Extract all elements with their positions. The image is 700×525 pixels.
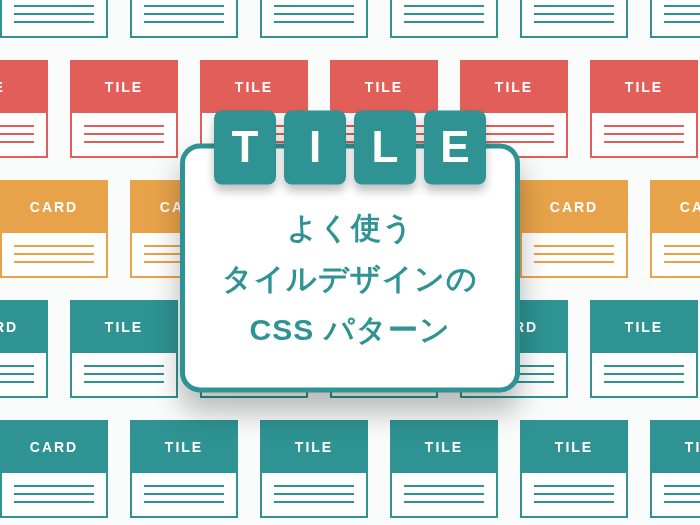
bg-card-body (652, 233, 700, 276)
bg-card: CARD (0, 300, 48, 398)
bg-card: CARD (0, 420, 108, 518)
bg-card-body (262, 473, 366, 516)
card-line (664, 13, 700, 15)
card-line (604, 133, 684, 135)
card-line (274, 485, 354, 487)
tile-badge-letter: I (284, 110, 346, 184)
card-line (144, 21, 224, 23)
card-line (534, 493, 614, 495)
bg-card-body (592, 113, 696, 156)
bg-card: CARD (130, 0, 238, 38)
card-line (84, 373, 164, 375)
bg-card-label: CARD (522, 182, 626, 233)
bg-card-body (592, 353, 696, 396)
bg-card-label: CARD (2, 422, 106, 473)
card-line (664, 261, 700, 263)
hero-card: TILE よく使う タイルデザインの CSS パターン (180, 143, 520, 392)
bg-card-body (132, 0, 236, 36)
card-line (14, 501, 94, 503)
card-row: CARDTILECARDCARDTILECARDTILE (0, 0, 700, 38)
bg-card: TILE (650, 0, 700, 38)
card-line (84, 365, 164, 367)
card-line (14, 261, 94, 263)
bg-card-body (392, 0, 496, 36)
bg-card-label: TILE (202, 62, 306, 113)
bg-card-body (0, 353, 46, 396)
card-line (274, 5, 354, 7)
card-line (144, 13, 224, 15)
bg-card: CARD (650, 180, 700, 278)
card-line (404, 21, 484, 23)
tile-badge-letter: E (424, 110, 486, 184)
bg-card: TILE (70, 300, 178, 398)
bg-card: TILE (0, 0, 108, 38)
bg-card-body (392, 473, 496, 516)
bg-card-label: TILE (392, 422, 496, 473)
card-line (604, 125, 684, 127)
bg-card-body (262, 0, 366, 36)
tile-badge-row: TILE (209, 110, 491, 184)
card-line (144, 501, 224, 503)
card-line (144, 493, 224, 495)
card-line (664, 485, 700, 487)
bg-card: TILE (590, 300, 698, 398)
card-line (404, 13, 484, 15)
hero-line-1: よく使う (209, 202, 491, 253)
card-line (664, 493, 700, 495)
bg-card-body (652, 473, 700, 516)
card-line (604, 373, 684, 375)
card-line (0, 381, 34, 383)
card-line (84, 141, 164, 143)
tile-badge-letter: T (214, 110, 276, 184)
hero-subtitle: よく使う タイルデザインの CSS パターン (209, 202, 491, 355)
bg-card-label: TILE (652, 422, 700, 473)
card-line (14, 245, 94, 247)
card-line (604, 365, 684, 367)
bg-card: TILE (260, 420, 368, 518)
card-line (534, 245, 614, 247)
card-line (404, 5, 484, 7)
bg-card-body (0, 113, 46, 156)
card-line (14, 5, 94, 7)
card-line (404, 485, 484, 487)
card-line (274, 21, 354, 23)
bg-card: CARD (0, 180, 108, 278)
hero-line-2: タイルデザインの (209, 253, 491, 304)
card-line (664, 245, 700, 247)
card-line (84, 133, 164, 135)
bg-card: TILE (650, 420, 700, 518)
bg-card-label: TILE (462, 62, 566, 113)
bg-card-label: TILE (262, 422, 366, 473)
bg-card-label: LE (0, 62, 46, 113)
card-line (534, 253, 614, 255)
bg-card-body (522, 473, 626, 516)
bg-card-body (522, 233, 626, 276)
bg-card-body (72, 113, 176, 156)
bg-card: CARD (520, 0, 628, 38)
bg-card-label: TILE (332, 62, 436, 113)
card-line (534, 501, 614, 503)
card-line (274, 501, 354, 503)
card-line (84, 125, 164, 127)
bg-card: TILE (390, 0, 498, 38)
card-row: TILECARDTILETILETILETILETILE (0, 420, 700, 518)
bg-card: TILE (390, 420, 498, 518)
bg-card-label: TILE (132, 422, 236, 473)
card-line (14, 485, 94, 487)
card-line (534, 5, 614, 7)
card-line (274, 493, 354, 495)
card-line (604, 141, 684, 143)
card-line (0, 365, 34, 367)
bg-card: CARD (260, 0, 368, 38)
bg-card-body (132, 473, 236, 516)
bg-card-label: TILE (522, 422, 626, 473)
bg-card-label: CARD (2, 182, 106, 233)
bg-card-label: TILE (592, 302, 696, 353)
bg-card: CARD (520, 180, 628, 278)
card-line (534, 261, 614, 263)
card-line (664, 501, 700, 503)
bg-card-body (2, 233, 106, 276)
bg-card-body (72, 353, 176, 396)
card-line (274, 13, 354, 15)
card-line (144, 485, 224, 487)
